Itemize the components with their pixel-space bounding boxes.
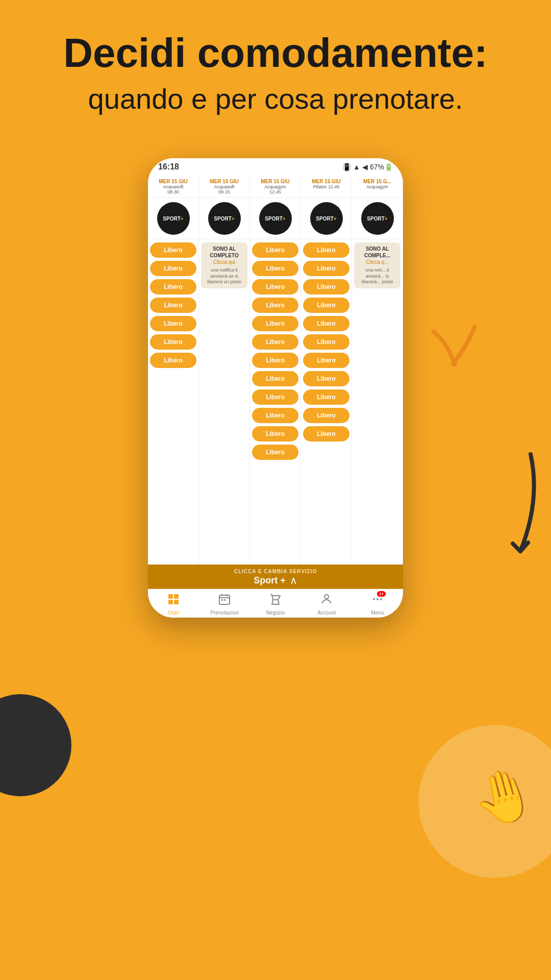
svg-point-12 bbox=[377, 598, 379, 600]
sport-logo-3: SPORT+ bbox=[259, 202, 292, 235]
sport-logo-2: SPORT+ bbox=[208, 202, 241, 235]
slot-btn-1-7[interactable]: Libero bbox=[150, 353, 196, 368]
slot-btn-3-11[interactable]: Libero bbox=[252, 426, 298, 442]
service-name-row: Sport + ∧ bbox=[156, 574, 395, 586]
slot-btn-1-6[interactable]: Libero bbox=[150, 334, 196, 350]
logo-cell-5: SPORT+ bbox=[352, 198, 403, 239]
slot-btn-1-4[interactable]: Libero bbox=[150, 298, 196, 313]
svg-rect-2 bbox=[168, 600, 173, 604]
page-subtitle: quando e per cosa prenotare. bbox=[20, 81, 531, 118]
slot-btn-4-1[interactable]: Libero bbox=[303, 242, 349, 258]
slot-btn-3-3[interactable]: Libero bbox=[252, 279, 298, 295]
battery-icon: 67%🔋 bbox=[370, 163, 393, 171]
tab-orari-label: Orari bbox=[168, 610, 179, 616]
logo-cell-1: SPORT+ bbox=[148, 198, 199, 239]
slot-btn-3-9[interactable]: Libero bbox=[252, 389, 298, 405]
tab-orari[interactable]: Orari bbox=[148, 593, 199, 616]
tab-negozio-label: Negozio bbox=[266, 610, 285, 616]
status-icons: 📳 ▲ ◀ 67%🔋 bbox=[342, 163, 393, 171]
slot-full-2: SONO AL COMPLETO Clicca qui una notifica… bbox=[201, 242, 247, 288]
status-bar: 16:18 📳 ▲ ◀ 67%🔋 bbox=[148, 158, 403, 176]
header-section: Decidi comodamente: quando e per cosa pr… bbox=[0, 0, 551, 133]
menu-badge: 1+ bbox=[377, 591, 386, 597]
svg-point-13 bbox=[380, 598, 382, 600]
slot-full-5: SONO AL COMPLE... Clicca q... una noti..… bbox=[354, 242, 400, 288]
slot-btn-4-5[interactable]: Libero bbox=[303, 316, 349, 331]
svg-rect-1 bbox=[174, 594, 179, 599]
svg-rect-9 bbox=[224, 599, 226, 601]
status-time: 16:18 bbox=[158, 162, 179, 172]
tab-menu-label: Menu bbox=[371, 610, 384, 616]
slot-btn-4-10[interactable]: Libero bbox=[303, 408, 349, 423]
col-header-5: MER 15 G... Acquagym bbox=[352, 176, 403, 198]
column-headers: MER 15 GIU Acquasoft08.30 MER 15 GIU Acq… bbox=[148, 176, 403, 198]
slot-btn-1-3[interactable]: Libero bbox=[150, 279, 196, 295]
slots-col-4: Libero Libero Libero Libero Libero Liber… bbox=[301, 239, 352, 569]
tab-prenotazioni[interactable]: Prenotazioni bbox=[199, 593, 250, 616]
sport-logo-5: SPORT+ bbox=[361, 202, 394, 235]
page-title-line1: Decidi comodamente: bbox=[20, 31, 531, 76]
grid-icon bbox=[167, 593, 180, 608]
schedule-grid: MER 15 GIU Acquasoft08.30 MER 15 GIU Acq… bbox=[148, 176, 403, 569]
vibrate-icon: 📳 bbox=[342, 163, 351, 171]
tab-account-label: Account bbox=[317, 610, 336, 616]
slot-btn-3-12[interactable]: Libero bbox=[252, 445, 298, 460]
slot-btn-1-2[interactable]: Libero bbox=[150, 261, 196, 276]
slot-btn-3-5[interactable]: Libero bbox=[252, 316, 298, 331]
col-header-1: MER 15 GIU Acquasoft08.30 bbox=[148, 176, 199, 198]
sport-logos-row: SPORT+ SPORT+ SPORT+ SPORT+ SPOR bbox=[148, 198, 403, 239]
slots-col-2: SONO AL COMPLETO Clicca qui una notifica… bbox=[199, 239, 250, 569]
slot-btn-4-3[interactable]: Libero bbox=[303, 279, 349, 295]
svg-point-11 bbox=[373, 598, 375, 600]
slot-btn-1-1[interactable]: Libero bbox=[150, 242, 196, 258]
dots-icon bbox=[371, 595, 384, 608]
service-selector-label: CLICCA E CAMBIA SERVIZIO bbox=[156, 569, 395, 574]
logo-cell-4: SPORT+ bbox=[301, 198, 352, 239]
slots-col-1: Libero Libero Libero Libero Libero Liber… bbox=[148, 239, 199, 569]
phone-mockup: 16:18 📳 ▲ ◀ 67%🔋 MER 15 GIU Acquasoft08.… bbox=[148, 158, 403, 618]
slots-col-5: SONO AL COMPLE... Clicca q... una noti..… bbox=[352, 239, 403, 569]
logo-cell-3: SPORT+ bbox=[250, 198, 301, 239]
col-header-3: MER 15 GIU Acquagym12.45 bbox=[250, 176, 301, 198]
shop-icon bbox=[269, 593, 282, 608]
slot-btn-3-7[interactable]: Libero bbox=[252, 353, 298, 368]
slot-btn-3-4[interactable]: Libero bbox=[252, 298, 298, 313]
slot-btn-3-2[interactable]: Libero bbox=[252, 261, 298, 276]
svg-rect-0 bbox=[168, 594, 173, 599]
bottom-bar: CLICCA E CAMBIA SERVIZIO Sport + ∧ Orari bbox=[148, 565, 403, 618]
slot-btn-4-4[interactable]: Libero bbox=[303, 298, 349, 313]
slot-btn-3-10[interactable]: Libero bbox=[252, 408, 298, 423]
wifi-icon: ▲ bbox=[353, 163, 360, 171]
slot-btn-4-9[interactable]: Libero bbox=[303, 389, 349, 405]
bg-circle-decoration bbox=[0, 694, 71, 796]
calendar-icon bbox=[218, 593, 231, 608]
slot-btn-4-11[interactable]: Libero bbox=[303, 426, 349, 442]
svg-rect-8 bbox=[221, 599, 223, 601]
slots-col-3: Libero Libero Libero Libero Libero Liber… bbox=[250, 239, 301, 569]
tab-bar: Orari Prenotazioni bbox=[148, 589, 403, 618]
slot-btn-4-6[interactable]: Libero bbox=[303, 334, 349, 350]
slot-btn-4-7[interactable]: Libero bbox=[303, 353, 349, 368]
logo-cell-2: SPORT+ bbox=[199, 198, 250, 239]
col-header-4: MER 15 GIU Pilates 12.45 bbox=[301, 176, 352, 198]
slot-btn-3-8[interactable]: Libero bbox=[252, 371, 298, 386]
slot-btn-4-8[interactable]: Libero bbox=[303, 371, 349, 386]
tab-negozio[interactable]: Negozio bbox=[250, 593, 301, 616]
person-icon bbox=[320, 593, 333, 608]
svg-point-14 bbox=[451, 360, 457, 366]
slot-btn-1-5[interactable]: Libero bbox=[150, 316, 196, 331]
col-header-2: MER 15 GIU Acquasoft09.15 bbox=[199, 176, 250, 198]
sport-logo-1: SPORT+ bbox=[157, 202, 190, 235]
chevron-up-icon: ∧ bbox=[290, 574, 297, 586]
slot-btn-4-2[interactable]: Libero bbox=[303, 261, 349, 276]
slot-btn-3-1[interactable]: Libero bbox=[252, 242, 298, 258]
signal-icon: ◀ bbox=[362, 163, 368, 171]
service-selector[interactable]: CLICCA E CAMBIA SERVIZIO Sport + ∧ bbox=[148, 565, 403, 589]
arrow-decoration bbox=[490, 449, 541, 564]
tab-menu[interactable]: 1+ Menu bbox=[352, 593, 403, 616]
slot-btn-3-6[interactable]: Libero bbox=[252, 334, 298, 350]
svg-rect-3 bbox=[174, 600, 179, 604]
tab-account[interactable]: Account bbox=[301, 593, 352, 616]
slots-area: Libero Libero Libero Libero Libero Liber… bbox=[148, 239, 403, 569]
sport-logo-4: SPORT+ bbox=[310, 202, 343, 235]
